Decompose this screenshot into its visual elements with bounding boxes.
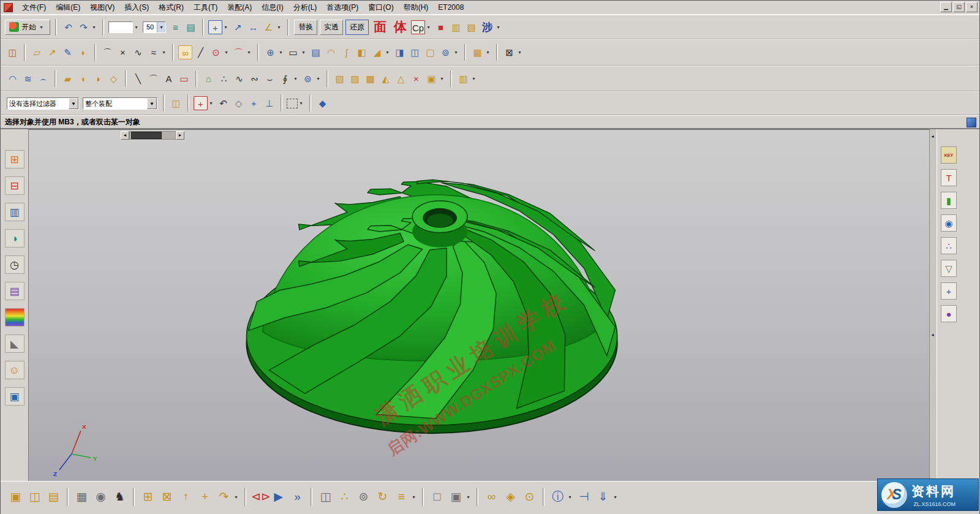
assembly-navigator-icon[interactable]: ⊞ (5, 150, 24, 168)
manufacturing-wizard-icon[interactable]: ◣ (5, 334, 24, 353)
dropdown-arrow-icon[interactable]: ▾ (411, 494, 417, 500)
component-cluster-icon[interactable]: ∴ (336, 488, 353, 506)
translucent-button[interactable]: 实透 (320, 20, 343, 35)
snap-enable-icon[interactable]: + (194, 96, 208, 110)
checker-board-icon[interactable]: ▦ (74, 488, 90, 506)
find-component-icon[interactable]: ▣ (7, 488, 24, 506)
revolved-datum-icon[interactable]: ◗ (76, 45, 90, 59)
reference-set-icon[interactable]: □ (429, 488, 445, 506)
body-button[interactable]: 体 (391, 18, 409, 36)
datum-axis-icon[interactable]: ↗ (45, 45, 59, 59)
component-stack-icon[interactable]: ▤ (45, 488, 62, 506)
section-surface-icon[interactable]: ◗ (91, 72, 105, 86)
bounded-plane-icon[interactable]: ▰ (61, 72, 75, 86)
ball-part-icon[interactable]: ● (941, 305, 957, 322)
datum-plane-icon[interactable]: ▱ (30, 45, 44, 59)
status-tip-icon[interactable] (967, 118, 976, 127)
dropdown-arrow-icon[interactable]: ▾ (233, 494, 239, 500)
gold-sheet-icon[interactable]: ▧ (464, 20, 478, 34)
arc-icon[interactable]: ⌒ (232, 45, 246, 59)
through-curves-icon[interactable]: ≋ (21, 72, 35, 86)
wheel-part-icon[interactable]: ◉ (941, 214, 957, 232)
through-curve-mesh-icon[interactable]: ⌢ (36, 72, 50, 86)
revolve-icon[interactable]: ◠ (324, 45, 338, 59)
offset-curve-icon[interactable]: ≈ (146, 45, 160, 59)
dropdown-arrow-icon[interactable]: ▾ (301, 50, 306, 55)
constraint-navigator-icon[interactable]: ⊟ (5, 176, 24, 195)
dropdown-arrow-icon[interactable]: ▾ (39, 25, 44, 30)
face-button[interactable]: 面 (371, 18, 389, 36)
template-part-icon[interactable]: T (941, 169, 957, 186)
basic-arc-icon[interactable]: ⌒ (146, 72, 160, 86)
she-button[interactable]: 涉 (480, 20, 494, 34)
assembly-constraints-icon[interactable]: ⊥ (262, 96, 276, 110)
system-materials-icon[interactable]: ▤ (5, 282, 24, 300)
window-close-button[interactable]: × (966, 2, 978, 12)
clamp-part-icon[interactable]: + (941, 282, 957, 300)
project-curve-icon[interactable]: ⌒ (100, 45, 115, 59)
part-navigator-icon[interactable]: ▥ (5, 203, 24, 221)
dropdown-arrow-icon[interactable]: ▾ (567, 494, 573, 500)
menu-insert[interactable]: 插入(S) (119, 1, 154, 13)
measure-distance-icon[interactable]: ↔ (246, 20, 260, 34)
basic-line-icon[interactable]: ╲ (131, 72, 145, 86)
dropdown-arrow-icon[interactable]: ▾ (161, 50, 167, 55)
work-layer-spinner[interactable]: 50▼ (143, 21, 166, 33)
component-list-icon[interactable]: ≡ (393, 488, 410, 506)
menu-edit[interactable]: 编辑(E) (51, 1, 85, 13)
assembly-scope-combo[interactable]: 整个装配▼ (83, 97, 157, 110)
constraint-symbol-icon[interactable]: ⊣ (576, 488, 592, 506)
unite-icon[interactable]: ⊕ (263, 45, 277, 59)
dropdown-arrow-icon[interactable]: ▾ (612, 494, 618, 500)
red-block-icon[interactable]: ■ (434, 20, 448, 34)
diamond-component-icon[interactable]: ◈ (502, 488, 519, 506)
dropdown-arrow-icon[interactable]: ▾ (91, 25, 97, 30)
dropdown-arrow-icon[interactable]: ▾ (439, 76, 445, 81)
dropdown-arrow-icon[interactable]: ▾ (453, 50, 459, 55)
redo-icon[interactable]: ↷ (77, 20, 91, 34)
menu-view[interactable]: 视图(V) (85, 1, 119, 13)
rectangle-select-icon[interactable] (287, 99, 298, 108)
layer-settings-icon[interactable]: ≡ (168, 20, 183, 34)
untrim-icon[interactable]: △ (394, 72, 408, 86)
dropdown-arrow-icon[interactable]: ▾ (471, 76, 477, 81)
line-icon[interactable]: ╱ (194, 45, 208, 59)
visual-reports-icon[interactable] (5, 308, 24, 327)
undo-icon[interactable]: ↶ (61, 20, 75, 34)
dropdown-arrow-icon[interactable]: ▾ (466, 494, 471, 500)
snapshot-icon[interactable]: ◉ (92, 488, 109, 506)
create-instance-icon[interactable]: + (197, 488, 213, 506)
n-sided-surface-icon[interactable]: ◇ (107, 72, 121, 86)
dropdown-arrow-icon[interactable]: ▾ (278, 50, 284, 55)
work-layer-spinner-arrow[interactable]: ▼ (157, 22, 165, 32)
scrollbar-track[interactable] (129, 131, 176, 140)
edge-blend-icon[interactable]: ◧ (355, 45, 369, 59)
overlap-components-icon[interactable]: ◫ (317, 488, 334, 506)
bridge-curve-icon[interactable]: ⌣ (263, 72, 277, 86)
measure-angle-icon[interactable]: ∠ (262, 20, 276, 34)
point-on-curve-icon[interactable]: ↗ (231, 20, 245, 34)
menu-et2008[interactable]: ET2008 (433, 1, 469, 13)
orient-view-icon[interactable]: ↶ (216, 96, 230, 110)
cup-part-icon[interactable]: ▽ (941, 260, 957, 277)
arrangement-box-icon[interactable]: ▣ (448, 488, 464, 506)
shell-icon[interactable]: ▢ (423, 45, 437, 59)
block-icon[interactable]: ▭ (286, 45, 300, 59)
instance-feature-icon[interactable]: ▦ (470, 45, 484, 59)
dropdown-arrow-icon[interactable]: ▾ (298, 100, 304, 106)
window-minimize-button[interactable]: ▁ (940, 2, 952, 12)
mold-insert-icon[interactable]: ∴ (941, 237, 957, 254)
dropdown-arrow-icon[interactable]: ▾ (246, 50, 252, 55)
layer-visible-icon[interactable]: ▤ (184, 20, 198, 34)
open-component-icon[interactable]: ◫ (26, 488, 43, 506)
rectangle-icon[interactable]: ▭ (177, 72, 191, 86)
display-mode-box[interactable] (108, 21, 133, 33)
menu-preferences[interactable]: 首选项(P) (322, 1, 363, 13)
menu-tools[interactable]: 工具(T) (189, 1, 222, 13)
point-set-icon[interactable]: ∴ (217, 72, 231, 86)
scroll-left-icon[interactable]: ◄ (121, 131, 129, 140)
profile-icon[interactable]: ⌂ (202, 72, 216, 86)
start-button[interactable]: 开始▾ (5, 20, 50, 35)
scroll-right-icon[interactable]: ► (176, 131, 184, 140)
ring-component-icon[interactable]: ⊙ (521, 488, 538, 506)
